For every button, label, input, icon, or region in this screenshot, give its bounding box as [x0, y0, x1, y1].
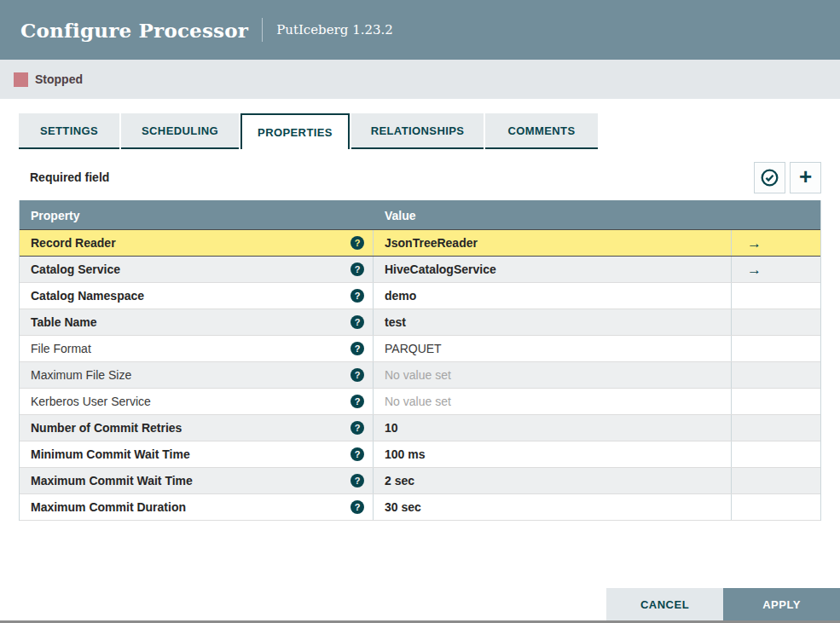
help-icon[interactable]: ?	[350, 395, 364, 408]
property-cell: Maximum Commit Duration ?	[20, 494, 374, 520]
property-cell: Maximum File Size ?	[20, 362, 374, 388]
apply-button[interactable]: APPLY	[723, 588, 840, 620]
column-header-property: Property	[31, 209, 80, 222]
check-circle-icon	[760, 168, 779, 187]
property-cell: Catalog Namespace ?	[20, 283, 374, 309]
property-value: 30 sec	[385, 500, 421, 514]
help-icon[interactable]: ?	[350, 236, 364, 250]
property-cell: Maximum Commit Wait Time ?	[20, 468, 374, 493]
property-name: File Format	[31, 342, 91, 355]
property-value: HiveCatalogService	[385, 262, 496, 276]
cancel-button[interactable]: CANCEL	[606, 588, 723, 620]
help-icon[interactable]: ?	[350, 289, 364, 303]
value-cell[interactable]: 100 ms	[374, 441, 732, 467]
go-to-service-icon[interactable]: →	[747, 262, 762, 277]
property-cell: Kerberos User Service ?	[20, 389, 374, 414]
table-row[interactable]: Maximum Commit Wait Time ? 2 sec →	[20, 468, 820, 494]
properties-toolbar: Required field +	[19, 161, 821, 193]
table-row[interactable]: Maximum Commit Duration ? 30 sec →	[20, 494, 820, 521]
property-name: Maximum File Size	[31, 368, 131, 382]
tab-scheduling[interactable]: SCHEDULING	[121, 113, 239, 149]
tab-label: SCHEDULING	[142, 124, 218, 137]
property-name: Catalog Namespace	[31, 289, 144, 303]
value-cell[interactable]: No value set	[374, 389, 732, 414]
property-cell: Catalog Service ?	[20, 257, 374, 282]
value-cell[interactable]: JsonTreeReader	[374, 230, 732, 256]
stopped-status-icon	[14, 72, 28, 87]
table-header-row: Property Value	[20, 200, 820, 230]
status-bar: Stopped	[0, 60, 840, 99]
dialog-title: Configure Processor	[20, 19, 248, 42]
goto-cell: →	[732, 257, 820, 282]
toolbar-buttons: +	[754, 162, 821, 193]
title-divider	[262, 18, 263, 42]
configure-processor-dialog: Configure Processor PutIceberg 1.23.2 St…	[0, 0, 840, 623]
goto-cell: →	[732, 494, 820, 520]
dialog-footer: CANCEL APPLY	[606, 588, 840, 620]
property-value: PARQUET	[385, 342, 442, 355]
required-field-label: Required field	[19, 170, 109, 184]
value-cell[interactable]: 30 sec	[374, 494, 732, 520]
plus-icon: +	[799, 165, 812, 187]
value-cell[interactable]: demo	[374, 283, 732, 309]
table-row[interactable]: Number of Commit Retries ? 10 →	[20, 415, 820, 441]
goto-cell: →	[732, 415, 820, 441]
table-row[interactable]: Catalog Namespace ? demo →	[20, 283, 820, 309]
tab-comments[interactable]: COMMENTS	[485, 113, 598, 149]
tab-label: SETTINGS	[40, 124, 98, 137]
help-icon[interactable]: ?	[350, 500, 364, 514]
help-icon[interactable]: ?	[350, 342, 364, 355]
property-value: 100 ms	[385, 447, 425, 461]
property-value: test	[385, 315, 406, 329]
property-cell: Table Name ?	[20, 309, 374, 335]
table-row[interactable]: Maximum File Size ? No value set →	[20, 362, 820, 389]
property-value: JsonTreeReader	[385, 236, 478, 250]
help-icon[interactable]: ?	[350, 262, 364, 276]
tab-label: COMMENTS	[507, 124, 575, 137]
help-icon[interactable]: ?	[350, 421, 364, 435]
tab-label: PROPERTIES	[258, 126, 333, 139]
value-cell[interactable]: PARQUET	[374, 336, 732, 361]
tab-bar: SETTINGS SCHEDULING PROPERTIES RELATIONS…	[19, 113, 821, 149]
property-value: No value set	[385, 368, 451, 382]
status-label: Stopped	[35, 72, 83, 86]
property-cell: Record Reader ?	[20, 230, 374, 256]
goto-cell: →	[732, 468, 820, 493]
tab-relationships[interactable]: RELATIONSHIPS	[351, 113, 484, 149]
property-cell: Minimum Commit Wait Time ?	[20, 441, 374, 467]
column-header-value: Value	[385, 209, 416, 222]
property-cell: Number of Commit Retries ?	[20, 415, 374, 441]
value-cell[interactable]: 2 sec	[374, 468, 732, 493]
goto-cell: →	[732, 283, 820, 309]
property-name: Record Reader	[31, 236, 116, 250]
property-name: Kerberos User Service	[31, 395, 151, 408]
value-cell[interactable]: No value set	[374, 362, 732, 388]
property-name: Number of Commit Retries	[31, 421, 182, 435]
goto-cell: →	[732, 230, 820, 256]
property-name: Maximum Commit Wait Time	[31, 474, 193, 487]
help-icon[interactable]: ?	[350, 368, 364, 382]
value-cell[interactable]: HiveCatalogService	[374, 257, 732, 282]
table-row[interactable]: File Format ? PARQUET →	[20, 336, 820, 362]
value-cell[interactable]: test	[374, 309, 732, 335]
goto-cell: →	[732, 336, 820, 361]
add-property-button[interactable]: +	[790, 162, 821, 193]
table-row[interactable]: Table Name ? test →	[20, 309, 820, 336]
help-icon[interactable]: ?	[350, 315, 364, 329]
properties-table-body: Record Reader ? JsonTreeReader → Catalog…	[20, 229, 820, 521]
property-value: 10	[385, 421, 398, 435]
value-cell[interactable]: 10	[374, 415, 732, 441]
goto-cell: →	[732, 362, 820, 388]
table-row[interactable]: Kerberos User Service ? No value set →	[20, 389, 820, 415]
table-row[interactable]: Record Reader ? JsonTreeReader →	[20, 229, 820, 257]
tab-settings[interactable]: SETTINGS	[19, 113, 119, 149]
tab-properties[interactable]: PROPERTIES	[240, 113, 350, 149]
table-row[interactable]: Minimum Commit Wait Time ? 100 ms →	[20, 441, 820, 468]
verify-properties-button[interactable]	[754, 162, 785, 193]
go-to-service-icon[interactable]: →	[747, 236, 762, 251]
property-value: demo	[385, 289, 416, 303]
goto-cell: →	[732, 309, 820, 335]
help-icon[interactable]: ?	[350, 474, 364, 487]
help-icon[interactable]: ?	[350, 447, 364, 461]
table-row[interactable]: Catalog Service ? HiveCatalogService →	[20, 257, 820, 283]
